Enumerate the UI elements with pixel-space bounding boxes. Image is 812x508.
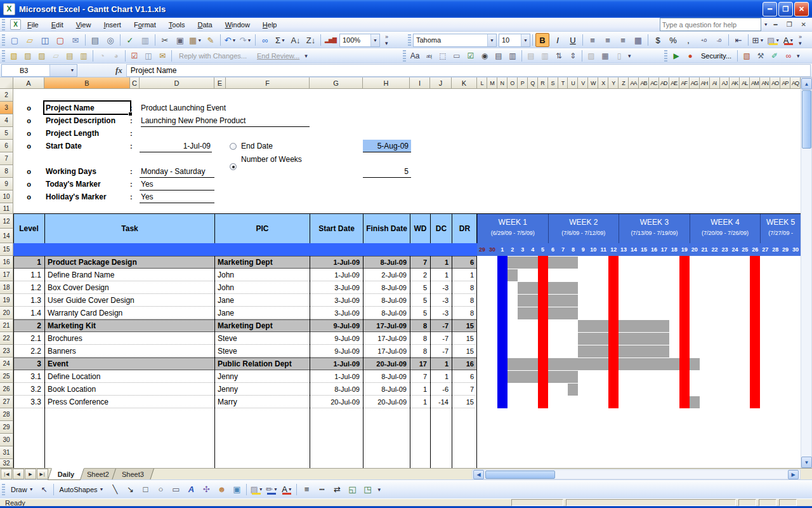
list-box-icon[interactable]: ▤	[492, 50, 505, 62]
workbook-close-icon[interactable]: ✕	[798, 21, 809, 28]
menu-window[interactable]: Window	[219, 19, 256, 30]
toolbar-options-icon[interactable]: ▾	[628, 53, 631, 59]
vertical-scrollbar[interactable]: ▲ ▼	[801, 77, 812, 468]
column-header-AD[interactable]: AD	[659, 77, 669, 89]
column-header-H[interactable]: H	[363, 77, 410, 89]
row-header-10[interactable]: 10	[0, 190, 13, 203]
toolbar-options-icon[interactable]: ▾	[304, 53, 308, 59]
vb-editor-icon[interactable]: ✐	[768, 50, 781, 62]
text-box-icon[interactable]: ▭	[169, 483, 183, 497]
print-preview-icon[interactable]: ◎	[103, 33, 117, 47]
toolbar-grip[interactable]	[2, 34, 5, 46]
header-corner[interactable]	[0, 77, 13, 89]
row-header-16[interactable]: 16	[0, 256, 13, 269]
row-header-14[interactable]: 14	[0, 229, 13, 243]
update-file-icon[interactable]: ◫	[142, 50, 155, 62]
hyperlink-icon[interactable]: ∞	[258, 33, 272, 47]
column-header-AH[interactable]: AH	[700, 77, 710, 89]
insert-function-icon[interactable]: fx	[115, 65, 122, 76]
column-header-G[interactable]: G	[310, 77, 363, 89]
toolbar-options-icon[interactable]: ▾	[797, 53, 800, 59]
currency-icon[interactable]: $	[651, 33, 665, 47]
column-header-N[interactable]: N	[497, 77, 508, 89]
show-comment-icon[interactable]: ▤	[63, 50, 76, 62]
font-color-icon[interactable]: A▼	[782, 33, 796, 47]
new-comment-icon[interactable]: ▧	[8, 50, 20, 62]
column-header-O[interactable]: O	[508, 77, 518, 89]
column-header-W[interactable]: W	[588, 77, 598, 89]
column-header-K[interactable]: K	[452, 77, 477, 89]
reply-with-changes-button[interactable]: Reply with Changes...	[179, 52, 247, 60]
column-header-X[interactable]: X	[598, 77, 608, 89]
toolbar-grip[interactable]	[664, 50, 667, 62]
scroll-left-icon[interactable]: ◀	[473, 470, 484, 479]
column-header-C[interactable]: C	[130, 77, 140, 89]
option-button-icon[interactable]: ◉	[478, 50, 491, 62]
label-control-icon[interactable]: Aa	[409, 50, 421, 62]
row-header-12[interactable]: 12	[0, 214, 13, 229]
decrease-indent-icon[interactable]: ⇤	[731, 33, 745, 47]
menu-view[interactable]: View	[70, 19, 98, 30]
radio-end-date[interactable]	[230, 143, 237, 150]
row-header-31[interactable]: 31	[0, 446, 13, 459]
help-dropdown-icon[interactable]: ▼	[764, 22, 768, 27]
scroll-right-icon[interactable]: ▶	[788, 470, 799, 479]
threed-style-icon[interactable]: ◳	[360, 483, 374, 497]
column-header-AO[interactable]: AO	[770, 77, 780, 89]
column-header-E[interactable]: E	[214, 77, 226, 89]
scrollbar-control-icon[interactable]: ⇅	[553, 50, 565, 62]
combo-box-disabled-icon[interactable]: ▥	[539, 50, 551, 62]
row-header-29[interactable]: 29	[0, 421, 13, 434]
decrease-decimal-icon[interactable]: -.0	[712, 33, 726, 47]
column-header-U[interactable]: U	[568, 77, 578, 89]
list-box-disabled-icon[interactable]: ▤	[525, 50, 537, 62]
column-header-Y[interactable]: Y	[608, 77, 619, 89]
arrow-style-icon[interactable]: ⇄	[330, 483, 344, 497]
column-header-AP[interactable]: AP	[780, 77, 790, 89]
bold-button[interactable]: B	[535, 33, 549, 47]
diagram-icon[interactable]: ✣	[199, 483, 213, 497]
align-left-icon[interactable]: ≡	[586, 33, 599, 47]
column-header-AJ[interactable]: AJ	[720, 77, 730, 89]
row-header-9[interactable]: 9	[0, 178, 13, 190]
row-header-32[interactable]: 32	[0, 459, 13, 468]
tab-nav-prev-icon[interactable]: ◀	[13, 469, 24, 479]
zoom-input[interactable]: 100%▼	[339, 34, 380, 47]
oval-icon[interactable]: ○	[154, 483, 167, 497]
shadow-style-icon[interactable]: ◱	[345, 483, 359, 497]
paste-icon[interactable]: ▦▼	[188, 33, 202, 47]
fill-color-icon[interactable]: ▨▼	[766, 33, 780, 47]
row-header-22[interactable]: 22	[0, 332, 13, 345]
row-header-28[interactable]: 28	[0, 408, 13, 421]
horizontal-scroll-thumb[interactable]	[485, 471, 555, 479]
column-header-L[interactable]: L	[477, 77, 487, 89]
sort-ascending-icon[interactable]: A↓	[289, 33, 303, 47]
accept-change-icon[interactable]: ◔	[96, 50, 108, 62]
number-of-weeks-value[interactable]: 5	[363, 166, 411, 178]
button-control-icon[interactable]: ▭	[450, 50, 463, 62]
column-header-AF[interactable]: AF	[679, 77, 690, 89]
row-header-11[interactable]: 11	[0, 203, 13, 214]
menubar-grip[interactable]	[2, 19, 5, 30]
end-review-button[interactable]: End Review...	[257, 52, 299, 60]
group-box-icon[interactable]: ⬚	[436, 50, 449, 62]
row-header-17[interactable]: 17	[0, 269, 13, 281]
row-header-18[interactable]: 18	[0, 281, 13, 294]
row-header-19[interactable]: 19	[0, 294, 13, 307]
column-header-AE[interactable]: AE	[669, 77, 679, 89]
dash-style-icon[interactable]: ┅	[315, 483, 329, 497]
column-header-AC[interactable]: AC	[649, 77, 659, 89]
row-header-5[interactable]: 5	[0, 127, 13, 140]
row-header-25[interactable]: 25	[0, 370, 13, 383]
column-header-D[interactable]: D	[140, 77, 214, 89]
toggle-grid-icon[interactable]: ▦	[599, 50, 612, 62]
chart-wizard-icon[interactable]: ▂▅▇	[324, 33, 337, 47]
sheet-tab-daily[interactable]: Daily	[48, 468, 84, 480]
italic-button[interactable]: I	[551, 33, 565, 47]
run-macro-icon[interactable]: ▶	[670, 50, 683, 62]
column-header-M[interactable]: M	[487, 77, 497, 89]
column-header-AG[interactable]: AG	[690, 77, 700, 89]
menu-edit[interactable]: Edit	[45, 19, 70, 30]
save-icon[interactable]: ◫	[38, 33, 52, 47]
project-value[interactable]: Yes	[140, 178, 214, 190]
